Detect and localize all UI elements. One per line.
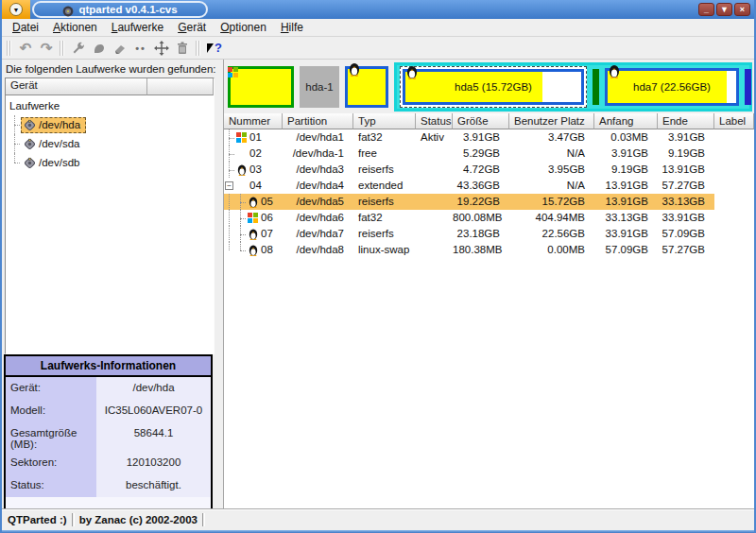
tree-branch — [224, 210, 247, 226]
tree-branch — [224, 226, 247, 242]
column-header[interactable]: Anfang — [594, 113, 658, 129]
table-body: − 01 /dev/hda1 — [224, 129, 754, 258]
partition-block-extended: hda5 (15.72GB) hda7 (22.56GB) — [394, 62, 752, 112]
menu-item[interactable]: Hilfe — [274, 20, 311, 35]
whats-this-button[interactable]: ? — [204, 39, 225, 58]
partition-cell: /dev/hda-1 — [283, 146, 353, 162]
number-cell: − 03 — [224, 162, 283, 178]
table-row[interactable]: − 02 /dev/hda-1 — [224, 146, 754, 162]
close-button[interactable]: × — [734, 3, 750, 16]
partition-block-free[interactable]: hda-1 — [300, 66, 339, 108]
erase-button[interactable] — [110, 39, 130, 58]
number-cell: − 07 — [224, 226, 283, 242]
shade-button[interactable]: ▼ — [716, 3, 732, 16]
tree-header-geraet[interactable]: Gerät — [6, 78, 147, 95]
partition-block-hda6[interactable] — [593, 69, 599, 105]
table-row[interactable]: − 05 /dev/hda5 — [224, 194, 754, 210]
column-header[interactable]: Typ — [353, 113, 416, 129]
device-panel: Die folgenden Laufwerke wurden gefunden:… — [2, 60, 217, 508]
number-cell: − 04 — [224, 178, 283, 194]
end-cell: 33.91GB — [658, 210, 714, 226]
menu-item[interactable]: Laufwerke — [105, 20, 171, 35]
number-cell: − 01 — [224, 129, 283, 146]
status-cell — [416, 210, 453, 226]
device-item[interactable]: /dev/sdb — [6, 153, 214, 172]
partition-block-hda7[interactable]: hda7 (22.56GB) — [605, 68, 739, 106]
minimize-button[interactable]: _ — [698, 3, 714, 16]
table-header: NummerPartitionTypStatusGrößeBenutzer Pl… — [224, 113, 754, 129]
menu-item[interactable]: Datei — [6, 20, 46, 35]
table-row[interactable]: − 01 /dev/hda1 — [224, 129, 754, 146]
device-tree: Gerät Laufwerke / — [5, 77, 215, 354]
redo-button[interactable]: ↷ — [36, 39, 57, 58]
status-app-text: QTParted :) — [8, 514, 67, 525]
table-row[interactable]: − 08 /dev/hda8 — [224, 242, 754, 258]
drive-info-row: Sektoren: 120103200 — [6, 452, 211, 474]
table-row[interactable]: − 07 /dev/hda7 — [224, 226, 754, 242]
partition-number: 01 — [249, 129, 262, 146]
end-cell: 33.13GB — [658, 194, 714, 210]
drive-info-label: Status: — [6, 474, 96, 497]
penguin-icon — [247, 196, 261, 208]
titlebar-corner: ▼ — [2, 0, 30, 19]
menubar: DateiAktionenLaufwerkeGerätOptionenHilfe — [2, 19, 754, 37]
trash-icon — [176, 41, 189, 56]
number-cell: − 06 — [224, 210, 283, 226]
type-cell: fat32 — [353, 210, 416, 226]
status-cell — [416, 242, 453, 258]
partition-block-hda8[interactable] — [745, 69, 751, 105]
menu-item[interactable]: Gerät — [171, 20, 214, 35]
resize-button[interactable]: •• — [130, 39, 151, 58]
partition-cell: /dev/hda4 — [283, 178, 353, 194]
partition-block-hda3[interactable] — [345, 66, 388, 108]
partition-number: 03 — [249, 162, 262, 178]
used-space-cell: N/A — [509, 178, 594, 194]
table-row[interactable]: − 04 /dev/hda4 — [224, 178, 754, 194]
delete-button[interactable] — [172, 39, 193, 58]
partition-block-hda1[interactable] — [228, 66, 294, 108]
undo-icon: ↶ — [20, 41, 32, 55]
label-cell — [714, 226, 754, 242]
partition-block-hda5[interactable]: hda5 (15.72GB) — [400, 66, 587, 108]
status-separator — [202, 513, 205, 526]
tree-root-laufwerke[interactable]: Laufwerke — [6, 96, 214, 115]
type-cell: reiserfs — [353, 194, 416, 210]
app-icon — [62, 4, 74, 15]
drive-info-title: Laufwerks-Informationen — [6, 356, 211, 377]
move-button[interactable] — [151, 39, 172, 58]
window-menu-button[interactable]: ▼ — [9, 3, 23, 16]
end-cell: 57.09GB — [658, 226, 714, 242]
penguin-icon — [235, 163, 249, 176]
set-active-button[interactable] — [68, 39, 89, 58]
label-cell — [714, 178, 754, 194]
size-cell: 3.91GB — [453, 129, 509, 146]
partition-number: 04 — [249, 178, 262, 194]
column-header[interactable]: Label — [714, 113, 754, 129]
size-cell: 23.18GB — [453, 226, 509, 242]
format-button[interactable] — [89, 39, 110, 58]
table-row[interactable]: − 06 /dev/hda6 — [224, 210, 754, 226]
number-cell: − 02 — [224, 146, 283, 162]
column-header[interactable]: Partition — [283, 113, 353, 129]
column-header[interactable]: Status — [416, 113, 453, 129]
drive-info-label: Gesamtgröße (MB): — [6, 422, 96, 452]
penguin-icon — [349, 61, 360, 77]
column-header[interactable]: Nummer — [224, 113, 283, 129]
table-row[interactable]: − 03 /dev/hda3 — [224, 162, 754, 178]
tree-branch — [224, 242, 247, 258]
devices-found-label: Die folgenden Laufwerke wurden gefunden: — [2, 61, 217, 77]
partition-cell: /dev/hda8 — [283, 242, 353, 258]
undo-button[interactable]: ↶ — [15, 39, 36, 58]
menu-item[interactable]: Optionen — [214, 20, 274, 35]
menu-item[interactable]: Aktionen — [46, 20, 105, 35]
label-cell — [714, 194, 754, 210]
label-cell — [714, 242, 754, 258]
size-cell: 4.72GB — [453, 162, 509, 178]
titlebar[interactable]: ▼ qtparted v0.4.1-cvs _ ▼ × — [2, 0, 754, 19]
column-header[interactable]: Benutzer Platz — [509, 113, 594, 129]
titlebar-pill: qtparted v0.4.1-cvs — [32, 1, 208, 18]
column-header[interactable]: Ende — [658, 113, 714, 129]
device-item[interactable]: /dev/hda — [6, 115, 214, 134]
column-header[interactable]: Größe — [453, 113, 509, 129]
device-item[interactable]: /dev/sda — [6, 134, 214, 153]
